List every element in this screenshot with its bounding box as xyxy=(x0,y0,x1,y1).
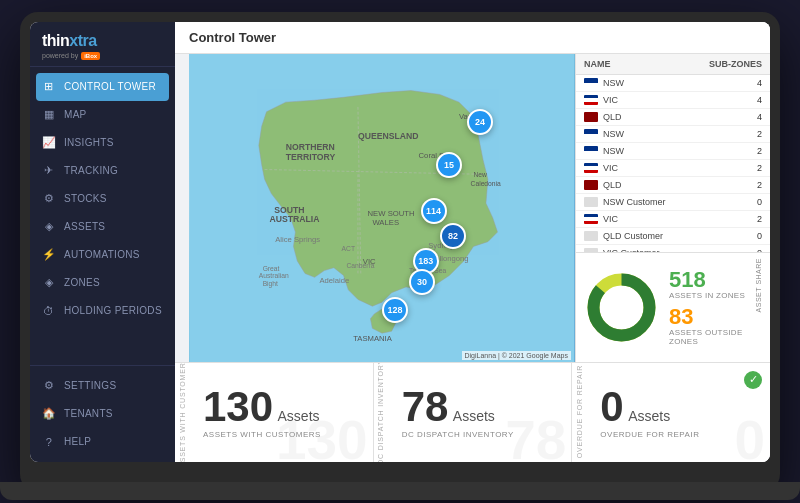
ibox-badge: iBox xyxy=(81,52,100,60)
app-container: thinxtra powered by iBox ⊞ CONTROL TOWER… xyxy=(30,22,770,462)
nav-label: ZONES xyxy=(64,277,100,288)
svg-text:Alice Springs: Alice Springs xyxy=(275,234,320,243)
inv-row-vic-customer: VIC Customer 0 xyxy=(576,245,770,252)
stat-watermark-repair: 0 xyxy=(734,408,765,462)
marker-label: 128 xyxy=(387,305,402,315)
svg-text:NEW SOUTH: NEW SOUTH xyxy=(368,208,415,217)
nav-label: ASSETS xyxy=(64,221,105,232)
stat-vertical-customers: ASSETS WITH CUSTOMERS xyxy=(175,363,189,462)
marker-label: 15 xyxy=(444,160,454,170)
zones-icon: ◈ xyxy=(42,276,56,290)
sidebar-item-settings[interactable]: ⚙ SETTINGS xyxy=(30,372,175,400)
holding-periods-icon: ⏱ xyxy=(42,304,56,318)
stat-vertical-label-customers: ASSETS WITH CUSTOMERS xyxy=(179,363,186,462)
sidebar-item-tenants[interactable]: 🏠 TENANTS xyxy=(30,400,175,428)
map-background: NORTHERN TERRITORY SOUTH AUSTRALIA Alice… xyxy=(189,54,575,362)
sidebar-item-tracking[interactable]: ✈ TRACKING xyxy=(30,157,175,185)
stat-desc-repair: OVERDUE FOR REPAIR xyxy=(600,430,699,439)
svg-text:New: New xyxy=(473,171,487,178)
stat-num-dispatch: 78 xyxy=(402,383,449,430)
nav-label: CONTROL TOWER xyxy=(64,81,156,92)
sidebar-item-insights[interactable]: 📈 INSIGHTS xyxy=(30,129,175,157)
flag-nsw xyxy=(584,78,598,88)
svg-text:Bight: Bight xyxy=(263,279,278,287)
sidebar-item-zones[interactable]: ◈ ZONES xyxy=(30,269,175,297)
svg-text:NORTHERN: NORTHERN xyxy=(286,142,335,152)
map-marker-30[interactable]: 30 xyxy=(409,269,435,295)
stat-vertical-label-dispatch: DC DISPATCH INVENTORY xyxy=(377,363,384,462)
stat-vertical-repair: OVERDUE FOR REPAIR xyxy=(572,363,586,462)
map-marker-128[interactable]: 128 xyxy=(382,297,408,323)
sidebar-bottom: ⚙ SETTINGS 🏠 TENANTS ? HELP xyxy=(30,365,175,462)
logo: thinxtra xyxy=(42,32,163,50)
map-marker-82[interactable]: 82 xyxy=(440,223,466,249)
map-wrapper: ASSETS (ALL) xyxy=(175,54,770,362)
sidebar-item-holding-periods[interactable]: ⏱ HOLDING PERIODS xyxy=(30,297,175,325)
flag-vic2 xyxy=(584,163,598,173)
sidebar: thinxtra powered by iBox ⊞ CONTROL TOWER… xyxy=(30,22,175,462)
stat-content-repair: 0 Assets OVERDUE FOR REPAIR xyxy=(600,386,699,439)
stat-card-customers: ASSETS WITH CUSTOMERS 130 Assets ASSETS … xyxy=(175,363,374,462)
assets-outside-label: ASSETS OUTSIDE ZONES xyxy=(669,328,762,346)
flag-qld xyxy=(584,112,598,122)
inventory-table-header: NAME SUB-ZONES xyxy=(576,54,770,75)
sidebar-item-map[interactable]: ▦ MAP xyxy=(30,101,175,129)
asset-share-panel: ASSET SHARE xyxy=(576,252,770,362)
assets-outside-count: 83 xyxy=(669,306,762,328)
marker-label: 24 xyxy=(475,117,485,127)
nav-label: AUTOMATIONS xyxy=(64,249,140,260)
flag-vic3 xyxy=(584,214,598,224)
stat-vertical-label-repair: OVERDUE FOR REPAIR xyxy=(576,365,583,458)
map-marker-114[interactable]: 114 xyxy=(421,198,447,224)
assets-outside-zones-stat: 83 ASSETS OUTSIDE ZONES xyxy=(669,306,762,346)
svg-text:Caledonia: Caledonia xyxy=(471,179,502,186)
control-tower-icon: ⊞ xyxy=(42,80,56,94)
page-header: Control Tower xyxy=(175,22,770,54)
insights-icon: 📈 xyxy=(42,136,56,150)
sidebar-item-automations[interactable]: ⚡ AUTOMATIONS xyxy=(30,241,175,269)
marker-label: 82 xyxy=(448,231,458,241)
map-marker-15[interactable]: 15 xyxy=(436,152,462,178)
nav-label: TENANTS xyxy=(64,408,113,419)
laptop-screen: thinxtra powered by iBox ⊞ CONTROL TOWER… xyxy=(30,22,770,462)
sidebar-item-control-tower[interactable]: ⊞ CONTROL TOWER xyxy=(36,73,169,101)
marker-label: 30 xyxy=(417,277,427,287)
assets-icon: ◈ xyxy=(42,220,56,234)
australia-map-svg: NORTHERN TERRITORY SOUTH AUSTRALIA Alice… xyxy=(189,54,575,362)
inv-row-qld1: QLD 4 xyxy=(576,109,770,126)
laptop-frame: thinxtra powered by iBox ⊞ CONTROL TOWER… xyxy=(20,12,780,492)
svg-text:Adelaide: Adelaide xyxy=(319,276,349,285)
map-marker-24[interactable]: 24 xyxy=(467,109,493,135)
inv-row-qld2: QLD 2 xyxy=(576,177,770,194)
stat-content-dispatch: 78 Assets DC DISPATCH INVENTORY xyxy=(402,386,514,439)
stat-card-dispatch: DC DISPATCH INVENTORY 78 Assets DC DISPA… xyxy=(374,363,573,462)
inv-row-nsw3: NSW 2 xyxy=(576,143,770,160)
powered-by: powered by iBox xyxy=(42,52,163,60)
inv-row-vic2: VIC 2 xyxy=(576,160,770,177)
asset-share-label: ASSET SHARE xyxy=(755,258,762,312)
svg-text:SOUTH: SOUTH xyxy=(274,204,304,214)
bottom-stats: ASSETS WITH CUSTOMERS 130 Assets ASSETS … xyxy=(175,362,770,462)
inv-row-nsw1: NSW 4 xyxy=(576,75,770,92)
sidebar-item-stocks[interactable]: ⚙ STOCKS xyxy=(30,185,175,213)
svg-text:QUEENSLAND: QUEENSLAND xyxy=(358,130,419,140)
assets-in-zones-count: 518 xyxy=(669,269,762,291)
nav-label: INSIGHTS xyxy=(64,137,114,148)
main-content: Control Tower ASSETS (ALL) xyxy=(175,22,770,462)
stat-desc-customers: ASSETS WITH CUSTOMERS xyxy=(203,430,321,439)
sidebar-item-help[interactable]: ? HELP xyxy=(30,428,175,456)
sidebar-item-assets[interactable]: ◈ ASSETS xyxy=(30,213,175,241)
svg-point-29 xyxy=(602,287,642,327)
logo-thin: thin xyxy=(42,32,69,49)
flag-generic1 xyxy=(584,197,598,207)
svg-text:Australian: Australian xyxy=(259,272,289,279)
stat-unit-dispatch: Assets xyxy=(453,408,495,424)
svg-text:TASMANIA: TASMANIA xyxy=(353,333,393,342)
flag-generic2 xyxy=(584,231,598,241)
inv-row-qld-customer: QLD Customer 0 xyxy=(576,228,770,245)
nav-items: ⊞ CONTROL TOWER ▦ MAP 📈 INSIGHTS ✈ TRACK… xyxy=(30,67,175,365)
tracking-icon: ✈ xyxy=(42,164,56,178)
nav-label: STOCKS xyxy=(64,193,107,204)
stat-watermark-dispatch: 78 xyxy=(505,408,566,462)
stat-num-repair: 0 xyxy=(600,383,623,430)
